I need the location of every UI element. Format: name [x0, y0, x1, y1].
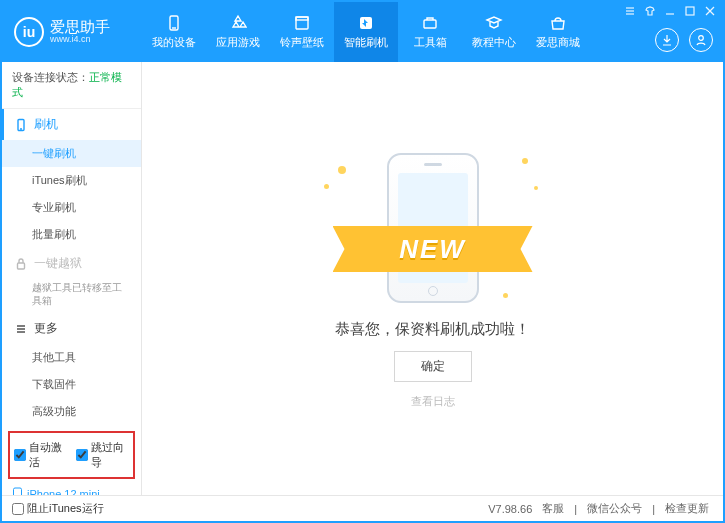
- window-controls: [623, 4, 717, 18]
- options-box: 自动激活 跳过向导: [8, 431, 135, 479]
- device-info[interactable]: iPhone 12 mini 64GB Down-12mini-13,1: [2, 483, 141, 495]
- apps-icon: [229, 14, 247, 32]
- logo[interactable]: iu 爱思助手 www.i4.cn: [14, 17, 142, 47]
- ok-button[interactable]: 确定: [394, 351, 472, 382]
- footer: 阻止iTunes运行 V7.98.66 客服 | 微信公众号 | 检查更新: [2, 495, 723, 521]
- svg-rect-2: [296, 17, 308, 29]
- app-window: iu 爱思助手 www.i4.cn 我的设备 应用游戏 铃声壁纸 智能刷机: [0, 0, 725, 523]
- category-label: 更多: [34, 320, 58, 337]
- nav-flash[interactable]: 智能刷机: [334, 2, 398, 62]
- svg-rect-11: [686, 7, 694, 15]
- minimize-icon[interactable]: [663, 4, 677, 18]
- user-icon[interactable]: [689, 28, 713, 52]
- nav-label: 工具箱: [414, 35, 447, 50]
- store-icon: [549, 14, 567, 32]
- nav-label: 铃声壁纸: [280, 35, 324, 50]
- nav-my-device[interactable]: 我的设备: [142, 2, 206, 62]
- lock-icon: [14, 257, 28, 271]
- success-message: 恭喜您，保资料刷机成功啦！: [335, 320, 530, 339]
- svg-rect-16: [18, 263, 25, 269]
- success-illustration: NEW: [318, 148, 548, 308]
- logo-url: www.i4.cn: [50, 35, 110, 45]
- svg-rect-5: [424, 20, 436, 28]
- footer-check-update[interactable]: 检查更新: [661, 501, 713, 516]
- sidebar-item-onekey-flash[interactable]: 一键刷机: [2, 140, 141, 167]
- nav-label: 教程中心: [472, 35, 516, 50]
- sidebar-item-batch-flash[interactable]: 批量刷机: [2, 221, 141, 248]
- new-ribbon: NEW: [333, 226, 533, 272]
- close-icon[interactable]: [703, 4, 717, 18]
- category-label: 刷机: [34, 116, 58, 133]
- menu-icon[interactable]: [623, 4, 637, 18]
- jailbreak-note: 越狱工具已转移至工具箱: [2, 279, 141, 313]
- nav-label: 应用游戏: [216, 35, 260, 50]
- category-flash[interactable]: 刷机: [2, 109, 141, 140]
- checkbox-block-itunes[interactable]: 阻止iTunes运行: [12, 501, 104, 516]
- nav-toolbox[interactable]: 工具箱: [398, 2, 462, 62]
- category-jailbreak[interactable]: 一键越狱: [2, 248, 141, 279]
- footer-wechat[interactable]: 微信公众号: [583, 501, 646, 516]
- maximize-icon[interactable]: [683, 4, 697, 18]
- footer-support[interactable]: 客服: [538, 501, 568, 516]
- category-more[interactable]: 更多: [2, 313, 141, 344]
- device-name: iPhone 12 mini: [12, 487, 131, 495]
- nav-label: 爱思商城: [536, 35, 580, 50]
- version-label: V7.98.66: [488, 503, 532, 515]
- sidebar-item-other-tools[interactable]: 其他工具: [2, 344, 141, 371]
- logo-title: 爱思助手: [50, 19, 110, 36]
- sidebar-item-download-fw[interactable]: 下载固件: [2, 371, 141, 398]
- checkbox-auto-activate[interactable]: 自动激活: [14, 440, 68, 470]
- sidebar-item-pro-flash[interactable]: 专业刷机: [2, 194, 141, 221]
- header: iu 爱思助手 www.i4.cn 我的设备 应用游戏 铃声壁纸 智能刷机: [2, 2, 723, 62]
- connection-status: 设备连接状态：正常模式: [2, 62, 141, 109]
- nav-ringtones[interactable]: 铃声壁纸: [270, 2, 334, 62]
- body: 设备连接状态：正常模式 刷机 一键刷机 iTunes刷机 专业刷机 批量刷机 一…: [2, 62, 723, 495]
- sidebar: 设备连接状态：正常模式 刷机 一键刷机 iTunes刷机 专业刷机 批量刷机 一…: [2, 62, 142, 495]
- list-icon: [14, 322, 28, 336]
- download-icon[interactable]: [655, 28, 679, 52]
- category-label: 一键越狱: [34, 255, 82, 272]
- flash-icon: [357, 14, 375, 32]
- logo-icon: iu: [14, 17, 44, 47]
- wallpaper-icon: [293, 14, 311, 32]
- nav-label: 智能刷机: [344, 35, 388, 50]
- view-log-link[interactable]: 查看日志: [411, 394, 455, 409]
- nav-tutorials[interactable]: 教程中心: [462, 2, 526, 62]
- nav-label: 我的设备: [152, 35, 196, 50]
- sidebar-item-itunes-flash[interactable]: iTunes刷机: [2, 167, 141, 194]
- svg-point-6: [699, 36, 704, 41]
- phone-icon: [12, 487, 23, 495]
- checkbox-skip-guide[interactable]: 跳过向导: [76, 440, 130, 470]
- toolbox-icon: [421, 14, 439, 32]
- phone-icon: [14, 118, 28, 132]
- tutorial-icon: [485, 14, 503, 32]
- nav-apps[interactable]: 应用游戏: [206, 2, 270, 62]
- device-icon: [165, 14, 183, 32]
- nav-store[interactable]: 爱思商城: [526, 2, 590, 62]
- main-content: NEW 恭喜您，保资料刷机成功啦！ 确定 查看日志: [142, 62, 723, 495]
- skin-icon[interactable]: [643, 4, 657, 18]
- svg-rect-20: [14, 488, 22, 495]
- sidebar-item-advanced[interactable]: 高级功能: [2, 398, 141, 425]
- svg-rect-3: [296, 17, 308, 20]
- header-actions: [655, 28, 713, 52]
